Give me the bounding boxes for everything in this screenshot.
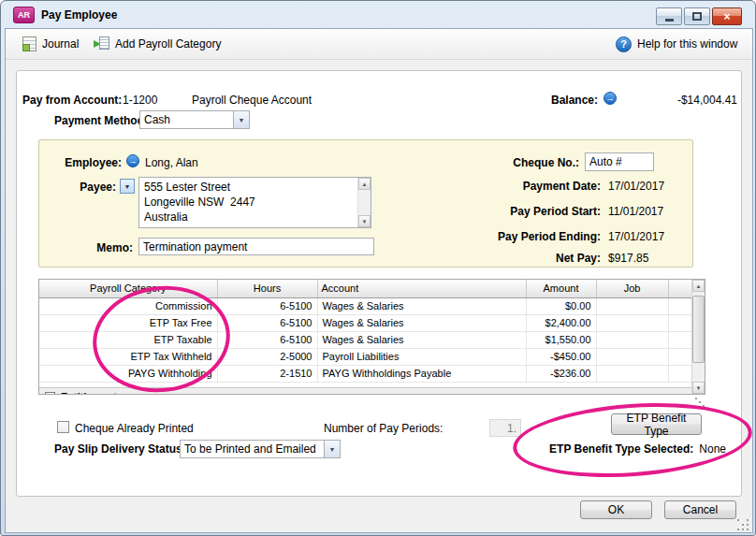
cheque-already-printed-label: Cheque Already Printed (75, 422, 194, 435)
account-name: Payroll Cheque Account (192, 94, 312, 107)
scroll-up-icon[interactable]: ▲ (692, 280, 705, 292)
cell-amount[interactable]: $1,550.00 (526, 331, 596, 348)
table-row[interactable]: ETP Tax Withheld 2-5000 Payroll Liabilit… (39, 348, 693, 365)
cell-payroll-category[interactable]: PAYG Withholding (39, 365, 217, 382)
cell-account-number[interactable]: 6-5100 (217, 314, 317, 331)
cell-job[interactable] (596, 348, 668, 365)
cell-account-number[interactable]: 2-1510 (217, 365, 317, 382)
maximize-icon (692, 12, 702, 21)
payroll-grid: Payroll Category Hours Account Amount Jo… (38, 279, 705, 395)
payee-label: Payee: (39, 181, 116, 194)
table-row[interactable]: PAYG Withholding 2-1510 PAYG Withholding… (39, 365, 693, 382)
pay-employee-window: AR Pay Employee × Journal Add Payroll Ca… (0, 0, 756, 536)
scrollbar-thumb[interactable] (692, 296, 705, 363)
scroll-up-icon[interactable]: ▲ (358, 178, 371, 190)
table-header-row: Payroll Category Hours Account Amount Jo… (39, 280, 693, 297)
cell-job[interactable] (596, 314, 668, 331)
balance-detail-arrow-icon[interactable]: → (603, 92, 617, 105)
chevron-down-icon: ▼ (124, 183, 131, 190)
header-job[interactable]: Job (596, 280, 668, 297)
balance-value: -$14,004.41 (677, 94, 737, 107)
journal-button[interactable]: Journal (19, 29, 82, 59)
cell-job[interactable] (596, 297, 668, 314)
entitlements-section-label: Entitlements (61, 391, 123, 395)
header-spacer (668, 280, 693, 297)
minimize-button[interactable] (656, 7, 682, 25)
cell-payroll-category[interactable]: ETP Tax Withheld (39, 348, 217, 365)
account-number: 1-1200 (123, 94, 157, 107)
pay-period-start-label: Pay Period Start: (442, 205, 601, 218)
table-row[interactable]: ETP Taxable 6-5100 Wages & Salaries $1,5… (39, 331, 693, 348)
window-resize-grip[interactable] (737, 519, 739, 521)
number-of-pay-periods-label: Number of Pay Periods: (324, 422, 443, 435)
cell-amount[interactable]: $2,400.00 (526, 314, 596, 331)
employee-detail-panel: Employee: → Long, Alan Cheque No.: Payee… (38, 139, 693, 268)
cheque-no-label: Cheque No.: (451, 156, 579, 169)
table-row[interactable]: Commission 6-5100 Wages & Salaries $0.00 (39, 297, 693, 314)
cell-spacer (668, 348, 693, 365)
cell-account-number[interactable]: 2-5000 (217, 348, 317, 365)
scroll-down-icon[interactable]: ▼ (358, 215, 371, 227)
cell-payroll-category[interactable]: Commission (39, 297, 217, 314)
cell-account-name[interactable]: Wages & Salaries (317, 314, 526, 331)
employee-label: Employee: (39, 156, 122, 169)
cell-account-name[interactable]: PAYG Withholdings Payable (317, 365, 526, 382)
memo-input[interactable] (138, 238, 374, 255)
ok-button[interactable]: OK (580, 500, 652, 519)
table-row[interactable]: ETP Tax Free 6-5100 Wages & Salaries $2,… (39, 314, 693, 331)
cell-payroll-category[interactable]: ETP Tax Free (39, 314, 217, 331)
journal-icon (22, 36, 36, 51)
cell-account-number[interactable]: 6-5100 (217, 297, 317, 314)
add-payroll-category-label: Add Payroll Category (115, 37, 221, 51)
cell-amount[interactable]: -$450.00 (526, 348, 596, 365)
cell-payroll-category[interactable]: ETP Taxable (39, 331, 217, 348)
cell-amount[interactable]: -$236.00 (526, 365, 596, 382)
number-of-pay-periods-input (489, 419, 521, 437)
payroll-table: Payroll Category Hours Account Amount Jo… (39, 280, 694, 383)
cell-amount[interactable]: $0.00 (526, 297, 596, 314)
cell-job[interactable] (596, 365, 668, 382)
pay-slip-delivery-select[interactable]: To be Printed and Emailed ▼ (180, 440, 341, 458)
header-hours[interactable]: Hours (217, 280, 317, 297)
journal-label: Journal (42, 37, 79, 51)
payment-date-value: 17/01/2017 (608, 180, 664, 193)
balance-label: Balance: (551, 94, 598, 107)
employee-detail-arrow-icon[interactable]: → (126, 154, 139, 167)
payee-dropdown-button[interactable]: ▼ (120, 179, 135, 194)
cell-account-name[interactable]: Payroll Liabilities (317, 348, 526, 365)
payee-scrollbar[interactable]: ▲ ▼ (357, 178, 371, 227)
cell-account-number[interactable]: 6-5100 (217, 331, 317, 348)
header-account[interactable]: Account (317, 280, 526, 297)
add-payroll-category-icon (94, 36, 109, 51)
maximize-button[interactable] (684, 7, 710, 25)
scroll-down-icon[interactable]: ▼ (692, 382, 705, 394)
window-title: Pay Employee (41, 8, 117, 22)
grid-scrollbar[interactable]: ▲ ▼ (691, 280, 705, 394)
net-pay-value: $917.85 (608, 252, 648, 265)
cell-account-name[interactable]: Wages & Salaries (317, 331, 526, 348)
payment-method-label: Payment Method: (54, 114, 148, 127)
pay-period-start-value: 11/01/2017 (608, 205, 663, 218)
pay-period-ending-label: Pay Period Ending: (442, 230, 601, 243)
close-icon: × (723, 11, 730, 22)
pay-period-ending-value: 17/01/2017 (608, 230, 664, 243)
cancel-button[interactable]: Cancel (664, 500, 736, 519)
entitlements-section-row[interactable]: − Entitlements (39, 387, 693, 395)
cell-account-name[interactable]: Wages & Salaries (317, 297, 526, 314)
header-payroll-category[interactable]: Payroll Category (39, 280, 217, 297)
help-button[interactable]: ? Help for this window (612, 29, 741, 59)
payee-address-box[interactable]: 555 Lester Street Longeville NSW 2447 Au… (138, 177, 371, 228)
grid-resize-grip[interactable] (695, 398, 697, 399)
add-payroll-category-button[interactable]: Add Payroll Category (90, 29, 225, 59)
header-amount[interactable]: Amount (526, 280, 596, 297)
collapse-icon[interactable]: − (45, 392, 55, 396)
cell-spacer (668, 314, 693, 331)
etp-benefit-type-button[interactable]: ETP Benefit Type (611, 413, 702, 435)
payment-method-select[interactable]: Cash ▼ (139, 110, 250, 129)
close-button[interactable]: × (712, 7, 742, 25)
etp-selected-label: ETP Benefit Type Selected: (549, 442, 693, 456)
cheque-no-input[interactable] (585, 152, 654, 171)
cell-spacer (668, 365, 693, 382)
cell-job[interactable] (596, 331, 668, 348)
cheque-already-printed-checkbox[interactable] (57, 421, 69, 433)
